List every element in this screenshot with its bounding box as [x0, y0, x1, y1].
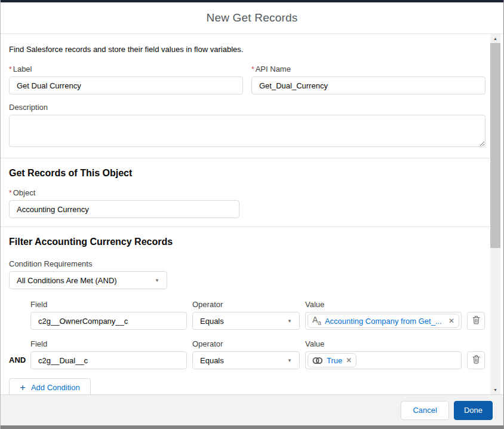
value-pill-text: True	[327, 356, 342, 365]
section-divider	[1, 226, 490, 227]
delete-condition-button[interactable]	[467, 351, 485, 369]
operator-value: Equals	[200, 317, 224, 326]
scrollbar-thumb[interactable]	[490, 43, 500, 248]
api-name-field-group: *API Name	[251, 65, 485, 94]
object-field-label: *Object	[9, 188, 239, 197]
field-label: Field	[30, 300, 187, 309]
condition-row-2: AND Field Operator Equals ▼ Value	[30, 339, 485, 369]
chevron-down-icon: ▼	[287, 358, 292, 363]
object-field-group: *Object	[9, 188, 239, 218]
description-textarea[interactable]	[9, 115, 485, 147]
remove-value-icon[interactable]: ✕	[346, 357, 352, 364]
condition-operator-group: Operator Equals ▼	[192, 339, 300, 369]
condition-operator-dropdown[interactable]: Equals ▼	[192, 351, 300, 369]
api-name-field-label: *API Name	[251, 65, 485, 73]
operator-label: Operator	[192, 339, 300, 348]
boolean-toggle-icon	[312, 357, 323, 364]
required-marker: *	[9, 65, 12, 73]
required-marker: *	[251, 65, 254, 73]
object-input[interactable]	[9, 200, 239, 218]
value-label: Value	[305, 300, 462, 309]
value-pill-text: Accounting Company from Get_...	[325, 317, 445, 326]
section-divider	[1, 158, 490, 158]
required-marker: *	[9, 189, 12, 197]
filter-section-heading: Filter Accounting Currency Records	[9, 237, 485, 247]
condition-field-group: Field	[30, 339, 187, 369]
done-button[interactable]: Done	[454, 401, 493, 420]
modal-content: Find Salesforce records and store their …	[1, 34, 490, 394]
value-pill: True ✕	[308, 353, 357, 367]
condition-value-group: Value True ✕	[305, 339, 462, 369]
trash-icon	[472, 355, 480, 366]
label-field-label: *Label	[9, 65, 243, 73]
operator-label: Operator	[192, 300, 300, 309]
modal-title: New Get Records	[207, 11, 298, 24]
condition-value-group: Value Aa Accounting Company from Get_...…	[305, 300, 462, 330]
vertical-scrollbar[interactable]: ▲ ▼	[490, 34, 500, 394]
condition-prefix-and: AND	[9, 356, 26, 364]
plus-icon: +	[20, 382, 26, 394]
intro-text: Find Salesforce records and store their …	[9, 45, 485, 54]
description-field-group: Description	[9, 103, 485, 149]
chevron-down-icon: ▼	[155, 278, 159, 283]
condition-requirements-group: Condition Requirements All Conditions Ar…	[9, 259, 167, 289]
field-label: Field	[30, 339, 187, 348]
object-section-heading: Get Records of This Object	[9, 168, 485, 179]
condition-field-input[interactable]	[30, 312, 187, 330]
add-condition-label: Add Condition	[31, 383, 80, 392]
flow-builder-screen: New Get Records Find Salesforce records …	[0, 0, 504, 429]
value-label: Value	[305, 339, 462, 348]
condition-value-combobox[interactable]: Aa Accounting Company from Get_... ✕	[305, 312, 462, 330]
condition-requirements-dropdown[interactable]: All Conditions Are Met (AND) ▼	[9, 271, 167, 289]
condition-value-combobox[interactable]: True ✕	[305, 351, 462, 369]
modal-header: New Get Records	[1, 2, 503, 34]
modal-footer: Cancel Done	[1, 394, 503, 425]
delete-condition-button[interactable]	[467, 312, 485, 330]
remove-value-icon[interactable]: ✕	[448, 317, 454, 324]
value-pill: Aa Accounting Company from Get_... ✕	[308, 314, 459, 328]
condition-operator-dropdown[interactable]: Equals ▼	[192, 312, 300, 330]
condition-field-group: Field	[30, 300, 187, 330]
condition-operator-group: Operator Equals ▼	[192, 300, 300, 330]
cancel-button[interactable]: Cancel	[401, 401, 448, 420]
condition-row-1: Field Operator Equals ▼ Value	[30, 300, 485, 330]
label-apiname-row: *Label *API Name	[9, 65, 485, 94]
text-type-icon: Aa	[312, 315, 321, 326]
operator-value: Equals	[200, 356, 224, 365]
label-field-group: *Label	[9, 65, 243, 94]
chevron-down-icon: ▼	[287, 318, 292, 324]
condition-requirements-value: All Conditions Are Met (AND)	[17, 276, 117, 285]
background-canvas-strip	[1, 425, 503, 429]
description-field-label: Description	[9, 103, 485, 112]
scroll-up-icon[interactable]: ▲	[490, 34, 500, 43]
trash-icon	[472, 315, 480, 326]
condition-requirements-label: Condition Requirements	[9, 259, 167, 268]
api-name-input[interactable]	[251, 76, 485, 94]
scroll-down-icon[interactable]: ▼	[490, 385, 500, 394]
modal-body: Find Salesforce records and store their …	[1, 34, 503, 394]
label-input[interactable]	[9, 76, 243, 94]
condition-rows: Field Operator Equals ▼ Value	[9, 300, 485, 369]
condition-field-input[interactable]	[30, 351, 187, 369]
